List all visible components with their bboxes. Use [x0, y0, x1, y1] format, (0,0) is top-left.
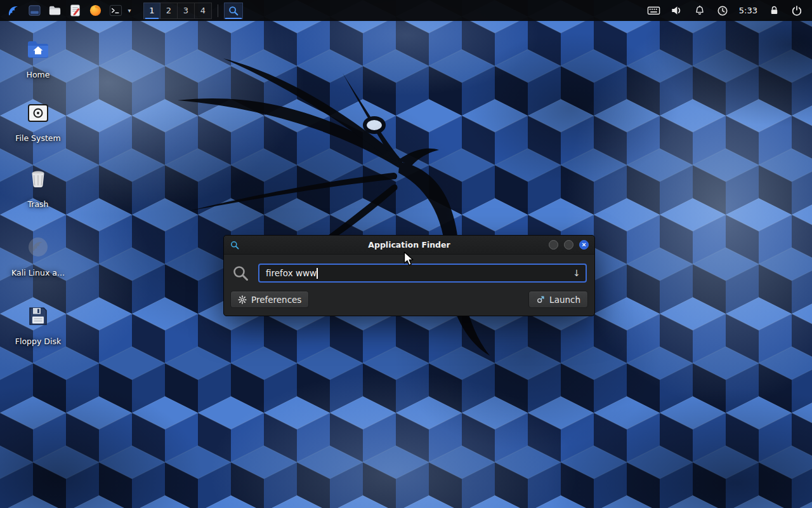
- trash-icon: [25, 166, 51, 192]
- panel-left: ▾ 1 2 3 4: [4, 0, 243, 21]
- desktop-icon-floppy-disk[interactable]: Floppy Disk: [8, 304, 69, 346]
- floppy-icon: [25, 304, 51, 329]
- clock-icon: [716, 4, 729, 17]
- drive-icon: [25, 100, 51, 126]
- desktop-icon-home[interactable]: Home: [8, 37, 69, 79]
- terminal-icon: [109, 4, 122, 17]
- top-panel: ▾ 1 2 3 4: [0, 0, 812, 21]
- power-icon: [790, 4, 803, 17]
- firefox-launcher[interactable]: [85, 0, 105, 21]
- keyboard-icon: [647, 4, 660, 17]
- text-caret: [317, 268, 318, 279]
- files-launcher[interactable]: [44, 0, 65, 21]
- launch-label: Launch: [549, 295, 580, 305]
- kali-ghost-icon: [25, 235, 51, 260]
- window-icon: [28, 4, 41, 17]
- workspace-4[interactable]: 4: [195, 3, 212, 19]
- launch-icon: [536, 295, 545, 304]
- workspace-4-label: 4: [200, 6, 206, 15]
- titlebar[interactable]: Application Finder ×: [224, 236, 594, 255]
- notifications-button[interactable]: [688, 0, 711, 21]
- preferences-button[interactable]: Preferences: [230, 291, 309, 308]
- folder-icon: [48, 4, 62, 17]
- search-input[interactable]: [258, 264, 587, 283]
- desktop-icon-label: File System: [15, 134, 61, 143]
- panel-separator: [218, 4, 218, 17]
- text-editor-launcher[interactable]: [65, 0, 85, 21]
- document-pencil-icon: [69, 4, 82, 17]
- workspace-3[interactable]: 3: [178, 3, 195, 19]
- firefox-icon: [89, 4, 102, 17]
- desktop-icon-label: Trash: [27, 200, 48, 209]
- screen-lock-button[interactable]: [763, 0, 785, 21]
- button-row: Preferences Launch: [230, 291, 588, 308]
- maximize-button[interactable]: [564, 240, 573, 250]
- search-icon: [232, 264, 249, 282]
- magnifier-icon: [228, 5, 239, 17]
- taskbar-application-finder[interactable]: [224, 3, 243, 19]
- close-icon: ×: [582, 241, 586, 248]
- window-title: Application Finder: [224, 240, 594, 250]
- window-controls: ×: [549, 240, 589, 250]
- search-row: ↓: [232, 264, 587, 283]
- search-input-wrap: ↓: [258, 264, 587, 283]
- lock-icon: [768, 4, 780, 17]
- panel-right: 5:33: [643, 0, 808, 21]
- power-button[interactable]: [785, 0, 808, 21]
- workspace-switcher: 1 2 3 4: [143, 3, 212, 19]
- workspace-1[interactable]: 1: [143, 3, 160, 19]
- workspace-1-label: 1: [149, 6, 154, 15]
- desktop-icon-label: Home: [27, 70, 50, 79]
- kali-logo-icon: [7, 4, 21, 18]
- speaker-icon: [670, 4, 683, 17]
- terminal-dropdown-chevron[interactable]: ▾: [126, 0, 133, 21]
- desktop-icon-trash[interactable]: Trash: [8, 166, 69, 209]
- finder-body: ↓ Preferences: [224, 255, 594, 316]
- kali-menu-button[interactable]: [4, 0, 24, 21]
- bell-icon: [693, 4, 706, 17]
- window-magnifier-icon: [230, 240, 240, 250]
- volume-button[interactable]: [665, 0, 688, 21]
- gear-icon: [238, 295, 247, 304]
- workspace-2-label: 2: [166, 6, 171, 15]
- launch-button[interactable]: Launch: [528, 291, 588, 308]
- clock-applet-button[interactable]: [711, 0, 734, 21]
- keyboard-layout-button[interactable]: [643, 0, 665, 21]
- minimize-button[interactable]: [549, 240, 558, 250]
- workspace-3-label: 3: [183, 6, 188, 15]
- desktop-icon-label: Floppy Disk: [15, 337, 61, 346]
- terminal-launcher[interactable]: [105, 0, 126, 21]
- desktop-icon-file-system[interactable]: File System: [8, 100, 69, 143]
- workspace-2[interactable]: 2: [160, 3, 178, 19]
- file-manager-launcher[interactable]: [24, 0, 44, 21]
- desktop-icon-label: Kali Linux a...: [11, 269, 65, 277]
- application-finder-window: Application Finder × ↓: [223, 235, 595, 316]
- clock-text[interactable]: 5:33: [734, 6, 763, 15]
- close-button[interactable]: ×: [579, 240, 589, 250]
- preferences-label: Preferences: [251, 295, 301, 305]
- home-folder-icon: [25, 37, 51, 62]
- desktop-icon-kali-linux[interactable]: Kali Linux a...: [8, 235, 69, 277]
- dropdown-arrow-icon[interactable]: ↓: [573, 268, 580, 278]
